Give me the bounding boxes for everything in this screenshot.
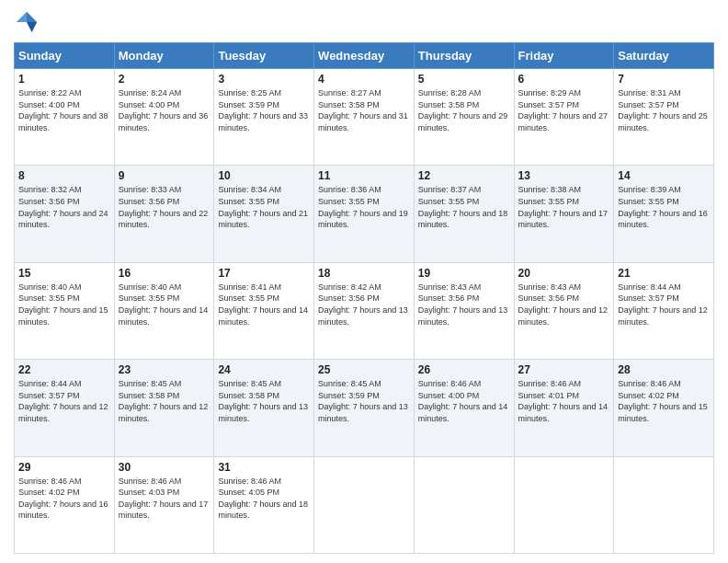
day-cell: 13 Sunrise: 8:38 AMSunset: 3:55 PMDaylig… bbox=[514, 166, 614, 262]
day-info: Sunrise: 8:25 AMSunset: 3:59 PMDaylight:… bbox=[218, 88, 308, 132]
day-info: Sunrise: 8:39 AMSunset: 3:55 PMDaylight:… bbox=[618, 185, 708, 229]
logo-icon bbox=[14, 9, 40, 35]
day-cell bbox=[614, 456, 714, 553]
day-cell bbox=[414, 456, 514, 553]
day-cell: 4 Sunrise: 8:27 AMSunset: 3:58 PMDayligh… bbox=[314, 69, 415, 166]
day-cell bbox=[514, 456, 614, 553]
header-monday: Monday bbox=[114, 43, 214, 69]
header-thursday: Thursday bbox=[414, 43, 514, 69]
day-cell: 2 Sunrise: 8:24 AMSunset: 4:00 PMDayligh… bbox=[114, 69, 214, 166]
day-number: 7 bbox=[618, 73, 710, 86]
day-info: Sunrise: 8:29 AMSunset: 3:57 PMDaylight:… bbox=[518, 88, 609, 132]
day-cell: 11 Sunrise: 8:36 AMSunset: 3:55 PMDaylig… bbox=[314, 166, 415, 262]
day-cell: 23 Sunrise: 8:45 AMSunset: 3:58 PMDaylig… bbox=[114, 360, 214, 456]
day-cell: 5 Sunrise: 8:28 AMSunset: 3:58 PMDayligh… bbox=[414, 69, 514, 166]
day-number: 3 bbox=[218, 73, 310, 86]
day-number: 15 bbox=[18, 267, 110, 280]
svg-marker-2 bbox=[17, 12, 27, 22]
header-sunday: Sunday bbox=[15, 43, 115, 69]
day-info: Sunrise: 8:31 AMSunset: 3:57 PMDaylight:… bbox=[618, 88, 708, 132]
logo bbox=[14, 9, 43, 35]
day-cell: 29 Sunrise: 8:46 AMSunset: 4:02 PMDaylig… bbox=[15, 456, 115, 553]
day-cell: 6 Sunrise: 8:29 AMSunset: 3:57 PMDayligh… bbox=[514, 69, 614, 166]
day-number: 10 bbox=[218, 169, 310, 182]
header bbox=[14, 9, 714, 35]
day-cell: 20 Sunrise: 8:43 AMSunset: 3:56 PMDaylig… bbox=[514, 262, 614, 359]
week-row-3: 22 Sunrise: 8:44 AMSunset: 3:57 PMDaylig… bbox=[15, 360, 714, 456]
day-number: 24 bbox=[218, 363, 310, 376]
day-number: 28 bbox=[618, 363, 710, 376]
day-info: Sunrise: 8:42 AMSunset: 3:56 PMDaylight:… bbox=[318, 282, 408, 327]
day-info: Sunrise: 8:32 AMSunset: 3:56 PMDaylight:… bbox=[18, 185, 108, 229]
day-cell: 26 Sunrise: 8:46 AMSunset: 4:00 PMDaylig… bbox=[414, 360, 514, 456]
day-cell: 25 Sunrise: 8:45 AMSunset: 3:59 PMDaylig… bbox=[314, 360, 415, 456]
day-info: Sunrise: 8:46 AMSunset: 4:02 PMDaylight:… bbox=[18, 477, 108, 521]
day-cell: 28 Sunrise: 8:46 AMSunset: 4:02 PMDaylig… bbox=[614, 360, 714, 456]
day-number: 25 bbox=[318, 363, 410, 376]
day-cell: 21 Sunrise: 8:44 AMSunset: 3:57 PMDaylig… bbox=[614, 262, 714, 359]
day-info: Sunrise: 8:45 AMSunset: 3:58 PMDaylight:… bbox=[119, 379, 209, 423]
header-tuesday: Tuesday bbox=[214, 43, 314, 69]
day-cell: 15 Sunrise: 8:40 AMSunset: 3:55 PMDaylig… bbox=[15, 262, 115, 359]
week-row-2: 15 Sunrise: 8:40 AMSunset: 3:55 PMDaylig… bbox=[15, 262, 714, 359]
day-number: 6 bbox=[518, 73, 610, 86]
day-cell: 30 Sunrise: 8:46 AMSunset: 4:03 PMDaylig… bbox=[114, 456, 214, 553]
day-info: Sunrise: 8:33 AMSunset: 3:56 PMDaylight:… bbox=[119, 185, 209, 229]
day-number: 13 bbox=[518, 169, 610, 182]
day-number: 19 bbox=[418, 267, 510, 280]
day-cell: 18 Sunrise: 8:42 AMSunset: 3:56 PMDaylig… bbox=[314, 262, 415, 359]
day-number: 18 bbox=[318, 267, 410, 280]
day-cell: 10 Sunrise: 8:34 AMSunset: 3:55 PMDaylig… bbox=[214, 166, 314, 262]
day-number: 8 bbox=[18, 169, 110, 182]
header-wednesday: Wednesday bbox=[314, 43, 415, 69]
header-friday: Friday bbox=[514, 43, 614, 69]
day-info: Sunrise: 8:46 AMSunset: 4:00 PMDaylight:… bbox=[418, 379, 508, 423]
day-number: 12 bbox=[418, 169, 510, 182]
day-info: Sunrise: 8:40 AMSunset: 3:55 PMDaylight:… bbox=[18, 282, 108, 327]
calendar: SundayMondayTuesdayWednesdayThursdayFrid… bbox=[14, 42, 714, 554]
day-number: 1 bbox=[18, 73, 110, 86]
day-cell: 17 Sunrise: 8:41 AMSunset: 3:55 PMDaylig… bbox=[214, 262, 314, 359]
day-info: Sunrise: 8:27 AMSunset: 3:58 PMDaylight:… bbox=[318, 88, 408, 132]
day-cell: 16 Sunrise: 8:40 AMSunset: 3:55 PMDaylig… bbox=[114, 262, 214, 359]
day-cell: 24 Sunrise: 8:45 AMSunset: 3:58 PMDaylig… bbox=[214, 360, 314, 456]
day-info: Sunrise: 8:46 AMSunset: 4:01 PMDaylight:… bbox=[518, 379, 609, 423]
day-info: Sunrise: 8:45 AMSunset: 3:59 PMDaylight:… bbox=[318, 379, 408, 423]
day-info: Sunrise: 8:34 AMSunset: 3:55 PMDaylight:… bbox=[218, 185, 308, 229]
day-info: Sunrise: 8:40 AMSunset: 3:55 PMDaylight:… bbox=[119, 282, 209, 327]
day-number: 16 bbox=[119, 267, 210, 280]
day-number: 22 bbox=[18, 363, 110, 376]
day-number: 14 bbox=[618, 169, 710, 182]
day-number: 11 bbox=[318, 169, 410, 182]
day-info: Sunrise: 8:28 AMSunset: 3:58 PMDaylight:… bbox=[418, 88, 508, 132]
day-info: Sunrise: 8:22 AMSunset: 4:00 PMDaylight:… bbox=[18, 88, 108, 132]
day-info: Sunrise: 8:46 AMSunset: 4:03 PMDaylight:… bbox=[119, 477, 209, 521]
day-number: 21 bbox=[618, 267, 710, 280]
calendar-header-row: SundayMondayTuesdayWednesdayThursdayFrid… bbox=[15, 43, 714, 69]
day-cell: 19 Sunrise: 8:43 AMSunset: 3:56 PMDaylig… bbox=[414, 262, 514, 359]
day-cell: 31 Sunrise: 8:46 AMSunset: 4:05 PMDaylig… bbox=[214, 456, 314, 553]
day-number: 9 bbox=[119, 169, 210, 182]
day-info: Sunrise: 8:44 AMSunset: 3:57 PMDaylight:… bbox=[18, 379, 108, 423]
week-row-4: 29 Sunrise: 8:46 AMSunset: 4:02 PMDaylig… bbox=[15, 456, 714, 553]
day-info: Sunrise: 8:46 AMSunset: 4:05 PMDaylight:… bbox=[218, 477, 308, 521]
day-cell: 1 Sunrise: 8:22 AMSunset: 4:00 PMDayligh… bbox=[15, 69, 115, 166]
day-info: Sunrise: 8:24 AMSunset: 4:00 PMDaylight:… bbox=[119, 88, 209, 132]
day-cell: 9 Sunrise: 8:33 AMSunset: 3:56 PMDayligh… bbox=[114, 166, 214, 262]
day-info: Sunrise: 8:45 AMSunset: 3:58 PMDaylight:… bbox=[218, 379, 308, 423]
day-info: Sunrise: 8:43 AMSunset: 3:56 PMDaylight:… bbox=[418, 282, 508, 327]
day-info: Sunrise: 8:38 AMSunset: 3:55 PMDaylight:… bbox=[518, 185, 609, 229]
day-number: 17 bbox=[218, 267, 310, 280]
day-cell: 8 Sunrise: 8:32 AMSunset: 3:56 PMDayligh… bbox=[15, 166, 115, 262]
page: SundayMondayTuesdayWednesdayThursdayFrid… bbox=[0, 0, 728, 563]
day-info: Sunrise: 8:44 AMSunset: 3:57 PMDaylight:… bbox=[618, 282, 708, 327]
day-cell: 27 Sunrise: 8:46 AMSunset: 4:01 PMDaylig… bbox=[514, 360, 614, 456]
day-info: Sunrise: 8:43 AMSunset: 3:56 PMDaylight:… bbox=[518, 282, 609, 327]
day-info: Sunrise: 8:36 AMSunset: 3:55 PMDaylight:… bbox=[318, 185, 408, 229]
week-row-0: 1 Sunrise: 8:22 AMSunset: 4:00 PMDayligh… bbox=[15, 69, 714, 166]
day-number: 2 bbox=[119, 73, 210, 86]
day-number: 5 bbox=[418, 73, 510, 86]
svg-marker-1 bbox=[27, 22, 37, 32]
day-cell: 12 Sunrise: 8:37 AMSunset: 3:55 PMDaylig… bbox=[414, 166, 514, 262]
header-saturday: Saturday bbox=[614, 43, 714, 69]
